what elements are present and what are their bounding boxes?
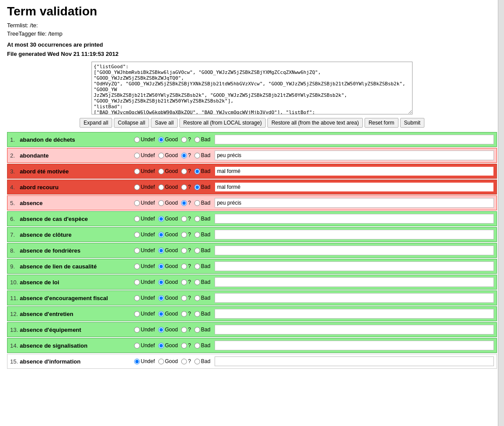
radio-good[interactable]	[158, 248, 164, 253]
radio-good[interactable]	[158, 184, 164, 190]
radio-undef[interactable]	[134, 232, 140, 238]
radio-label-undef[interactable]: Undef	[134, 263, 155, 269]
radio-bad[interactable]	[194, 232, 200, 238]
radio-label-q[interactable]: ?	[181, 311, 191, 317]
radio-q[interactable]	[181, 184, 187, 190]
radio-label-q[interactable]: ?	[181, 200, 191, 206]
radio-label-undef[interactable]: Undef	[134, 136, 155, 143]
radio-label-undef[interactable]: Undef	[134, 327, 155, 333]
radio-label-q[interactable]: ?	[181, 247, 191, 253]
radio-bad[interactable]	[194, 153, 200, 158]
radio-q[interactable]	[181, 327, 187, 333]
radio-label-bad[interactable]: Bad	[194, 200, 210, 206]
radio-label-good[interactable]: Good	[158, 168, 178, 174]
radio-undef[interactable]	[134, 248, 140, 253]
radio-q[interactable]	[181, 169, 187, 174]
comment-input[interactable]	[215, 230, 494, 239]
radio-label-bad[interactable]: Bad	[194, 136, 210, 143]
radio-good[interactable]	[158, 216, 164, 222]
radio-bad[interactable]	[194, 327, 200, 333]
radio-undef[interactable]	[134, 327, 140, 333]
radio-bad[interactable]	[194, 311, 200, 317]
radio-label-undef[interactable]: Undef	[134, 168, 155, 174]
json-textarea[interactable]	[91, 62, 413, 114]
radio-label-good[interactable]: Good	[158, 311, 178, 317]
radio-undef[interactable]	[134, 153, 140, 158]
radio-bad[interactable]	[194, 216, 200, 222]
radio-good[interactable]	[158, 359, 164, 364]
radio-label-good[interactable]: Good	[158, 358, 178, 364]
radio-q[interactable]	[181, 311, 187, 317]
radio-q[interactable]	[181, 232, 187, 238]
radio-good[interactable]	[158, 153, 164, 158]
comment-input[interactable]	[215, 309, 494, 319]
radio-label-bad[interactable]: Bad	[194, 263, 210, 269]
comment-input[interactable]	[215, 135, 494, 144]
radio-label-good[interactable]: Good	[158, 231, 178, 238]
radio-bad[interactable]	[194, 200, 200, 206]
radio-undef[interactable]	[134, 184, 140, 190]
radio-undef[interactable]	[134, 295, 140, 301]
radio-q[interactable]	[181, 359, 187, 364]
comment-input[interactable]	[215, 151, 494, 160]
radio-good[interactable]	[158, 200, 164, 206]
radio-q[interactable]	[181, 279, 187, 285]
radio-label-good[interactable]: Good	[158, 184, 178, 190]
comment-input[interactable]	[215, 246, 494, 255]
radio-bad[interactable]	[194, 279, 200, 285]
radio-label-q[interactable]: ?	[181, 295, 191, 301]
radio-label-good[interactable]: Good	[158, 263, 178, 269]
radio-label-good[interactable]: Good	[158, 279, 178, 285]
comment-input[interactable]	[215, 293, 494, 303]
radio-label-good[interactable]: Good	[158, 200, 178, 206]
radio-label-good[interactable]: Good	[158, 152, 178, 158]
radio-label-q[interactable]: ?	[181, 358, 191, 364]
radio-good[interactable]	[158, 343, 164, 349]
comment-input[interactable]	[215, 341, 494, 350]
radio-label-undef[interactable]: Undef	[134, 231, 155, 238]
radio-label-q[interactable]: ?	[181, 168, 191, 174]
radio-label-bad[interactable]: Bad	[194, 279, 210, 285]
radio-good[interactable]	[158, 232, 164, 238]
radio-label-undef[interactable]: Undef	[134, 342, 155, 349]
radio-label-undef[interactable]: Undef	[134, 216, 155, 222]
radio-label-bad[interactable]: Bad	[194, 327, 210, 333]
radio-good[interactable]	[158, 295, 164, 301]
radio-label-undef[interactable]: Undef	[134, 200, 155, 206]
radio-label-bad[interactable]: Bad	[194, 295, 210, 301]
radio-label-bad[interactable]: Bad	[194, 311, 210, 317]
reset-form-button[interactable]: Reset form	[365, 118, 398, 128]
radio-bad[interactable]	[194, 359, 200, 364]
radio-label-q[interactable]: ?	[181, 263, 191, 269]
radio-label-bad[interactable]: Bad	[194, 358, 210, 364]
radio-label-undef[interactable]: Undef	[134, 358, 155, 364]
radio-good[interactable]	[158, 279, 164, 285]
radio-label-bad[interactable]: Bad	[194, 168, 210, 174]
radio-q[interactable]	[181, 200, 187, 206]
radio-q[interactable]	[181, 137, 187, 143]
radio-undef[interactable]	[134, 216, 140, 222]
comment-input[interactable]	[215, 356, 494, 366]
radio-bad[interactable]	[194, 343, 200, 349]
restore-textarea-button[interactable]: Restore all (from the above text area)	[267, 118, 363, 128]
radio-undef[interactable]	[134, 279, 140, 285]
radio-label-undef[interactable]: Undef	[134, 311, 155, 317]
radio-undef[interactable]	[134, 343, 140, 349]
radio-label-q[interactable]: ?	[181, 231, 191, 238]
radio-good[interactable]	[158, 169, 164, 174]
radio-undef[interactable]	[134, 359, 140, 364]
submit-button[interactable]: Submit	[400, 118, 424, 128]
radio-q[interactable]	[181, 295, 187, 301]
radio-label-good[interactable]: Good	[158, 136, 178, 143]
radio-label-good[interactable]: Good	[158, 216, 178, 222]
radio-bad[interactable]	[194, 264, 200, 269]
comment-input[interactable]	[215, 166, 494, 176]
radio-label-undef[interactable]: Undef	[134, 295, 155, 301]
radio-label-good[interactable]: Good	[158, 295, 178, 301]
radio-label-q[interactable]: ?	[181, 327, 191, 333]
radio-label-q[interactable]: ?	[181, 342, 191, 349]
comment-input[interactable]	[215, 214, 494, 224]
radio-undef[interactable]	[134, 311, 140, 317]
comment-input[interactable]	[215, 182, 494, 192]
radio-label-undef[interactable]: Undef	[134, 279, 155, 285]
